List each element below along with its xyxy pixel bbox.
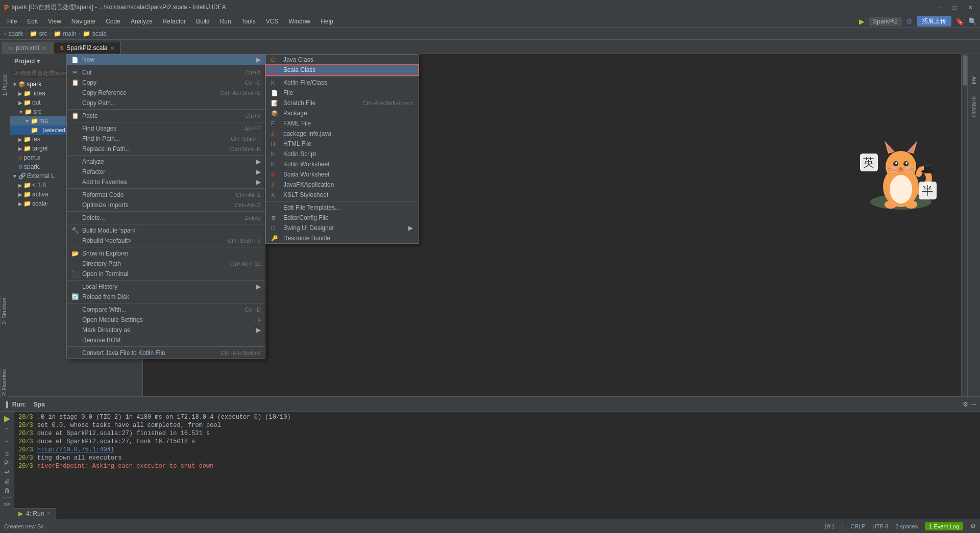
maven-tab-label[interactable]: m Maven <box>971 96 977 117</box>
run-print-btn[interactable]: 🖨 <box>4 478 10 485</box>
ctx-compare[interactable]: Compare With... Ctrl+D <box>67 304 265 315</box>
sub-file[interactable]: 📄 File <box>266 88 418 98</box>
breadcrumb-src[interactable]: src <box>39 30 47 37</box>
ctx-copy-ref[interactable]: Copy Reference Ctrl+Alt+Shift+C <box>67 88 265 98</box>
sub-kotlin-script[interactable]: K Kotlin Script <box>266 149 418 159</box>
menu-refactor[interactable]: Refactor <box>159 17 190 26</box>
run-trash-btn[interactable]: 🗑 <box>4 487 10 494</box>
ctx-analyze[interactable]: Analyze ▶ <box>67 157 265 167</box>
ctx-dir-path[interactable]: Directory Path Ctrl+Alt+F12 <box>67 259 265 269</box>
project-side-label[interactable]: 1: Project <box>2 74 8 96</box>
ctx-delete[interactable]: Delete... Delete <box>67 213 265 223</box>
status-encoding[interactable]: UTF-8 <box>872 523 888 529</box>
ctx-open-terminal[interactable]: ⬛ Open in Terminal <box>67 269 265 279</box>
ctx-replace-path[interactable]: Replace in Path... Ctrl+Shift+R <box>67 144 265 154</box>
tab-pom-close[interactable]: ✕ <box>42 45 46 51</box>
ctx-open-module[interactable]: Open Module Settings F4 <box>67 315 265 325</box>
ant-tab-label[interactable]: Ant <box>971 77 977 84</box>
ctx-refactor[interactable]: Refactor ▶ <box>67 167 265 177</box>
sub-java-class[interactable]: C Java Class <box>266 55 418 65</box>
ctx-convert-kotlin[interactable]: Convert Java File to Kotlin File Ctrl+Al… <box>67 348 265 358</box>
sub-xslt[interactable]: X XSLT Stylesheet <box>266 190 418 200</box>
run-filter-btn[interactable]: Pi <box>4 460 10 467</box>
favorites-side-label[interactable]: 2: Favorites <box>0 367 8 398</box>
sub-scratch[interactable]: 📝 Scratch File Ctrl+Alt+Shift+Insert <box>266 98 418 108</box>
run-play-btn[interactable]: ▶ <box>4 414 10 423</box>
search-toolbar-icon[interactable]: 🔍 <box>968 17 977 26</box>
menu-code[interactable]: Code <box>102 17 125 26</box>
sub-kotlin-worksheet[interactable]: K Kotlin Worksheet <box>266 159 418 169</box>
ctx-build-module[interactable]: 🔨 Build Module 'spark' <box>67 225 265 236</box>
menu-view[interactable]: View <box>44 17 65 26</box>
event-log-btn[interactable]: 1 Event Log <box>925 522 963 530</box>
sub-edit-templates[interactable]: Edit File Templates... <box>266 202 418 213</box>
ctx-optimize[interactable]: Optimize Imports Ctrl+Alt+O <box>67 200 265 210</box>
menu-file[interactable]: File <box>3 17 21 26</box>
breadcrumb-main[interactable]: main <box>63 30 77 37</box>
ctx-add-favorites[interactable]: Add to Favorites ▶ <box>67 177 265 187</box>
ctx-rebuild[interactable]: Rebuild '<default>' Ctrl+Shift+F9 <box>67 236 265 246</box>
bookmark-icon[interactable]: 🔖 <box>955 17 964 26</box>
status-position[interactable]: 19:1 <box>824 523 835 529</box>
titlebar-controls[interactable]: ─ □ ✕ <box>934 4 976 11</box>
sub-resource-bundle[interactable]: 🔑 Resource Bundle <box>266 233 418 243</box>
ctx-paste[interactable]: 📋 Paste Ctrl+V <box>67 111 265 121</box>
menu-navigate[interactable]: Navigate <box>67 17 100 26</box>
menu-help[interactable]: Help <box>316 17 337 26</box>
scrollbar-thumb[interactable] <box>963 55 967 86</box>
run-up-btn[interactable]: ↑ <box>5 425 9 434</box>
menu-edit[interactable]: Edit <box>23 17 42 26</box>
menu-analyze[interactable]: Analyze <box>127 17 157 26</box>
run-panel-tab[interactable]: Run: <box>12 401 30 408</box>
sub-editorconfig[interactable]: ⚙ EditorConfig File <box>266 213 418 223</box>
ctx-find-usages[interactable]: Find Usages Alt+F7 <box>67 123 265 134</box>
maximize-btn[interactable]: □ <box>950 4 960 11</box>
ctx-cut[interactable]: ✂ Cut Ctrl+X <box>67 67 265 78</box>
run-content[interactable]: 20/3 .0 in stage 0.0 (TID 2) in 4180 ms … <box>14 412 980 504</box>
sub-scala-worksheet[interactable]: S Scala Worksheet <box>266 169 418 180</box>
sub-swing-ui[interactable]: □ Swing UI Designer ▶ <box>266 223 418 233</box>
ctx-mark-dir[interactable]: Mark Directory as ▶ <box>67 325 265 335</box>
breadcrumb-scala[interactable]: scala <box>92 30 107 37</box>
sub-kotlin-file[interactable]: K Kotlin File/Class <box>266 78 418 88</box>
tab-sparkpi2-close[interactable]: ✕ <box>110 45 114 51</box>
run-down-btn[interactable]: ↓ <box>5 436 9 444</box>
ctx-remove-bom[interactable]: Remove BOM <box>67 335 265 345</box>
tab-pom[interactable]: m pom.xml ✕ <box>2 42 53 54</box>
ctx-new[interactable]: 📄 New ▶ <box>67 55 265 65</box>
run-wrap-btn[interactable]: ↵ <box>5 469 10 476</box>
run-more-btn[interactable]: >> <box>3 501 10 508</box>
status-line-ending[interactable]: CRLF <box>850 523 865 529</box>
menu-run[interactable]: Run <box>216 17 235 26</box>
menu-vcs[interactable]: VCS <box>262 17 283 26</box>
ctx-reload[interactable]: 🔄 Reload from Disk <box>67 292 265 302</box>
ctx-reformat[interactable]: Reformat Code Ctrl+Alt+L <box>67 190 265 200</box>
status-indent[interactable]: 2 spaces <box>895 523 918 529</box>
run-minimize-icon[interactable]: ─ <box>971 401 976 408</box>
sub-javafx[interactable]: J JavaFXApplication <box>266 180 418 190</box>
ctx-copy[interactable]: 📋 Copy Ctrl+C <box>67 78 265 88</box>
ctx-copy-path[interactable]: Copy Path... <box>67 98 265 108</box>
ctx-local-history[interactable]: Local History ▶ <box>67 282 265 292</box>
sub-scala-class[interactable]: S Scala Class <box>266 65 418 75</box>
run-sort-btn[interactable]: ≡ <box>5 450 9 458</box>
breadcrumb-spark[interactable]: spark <box>8 30 23 37</box>
sub-package-info[interactable]: J package-info.java <box>266 129 418 139</box>
menu-build[interactable]: Build <box>192 17 214 26</box>
tab-sparkpi2[interactable]: S SparkPi2.scala ✕ <box>54 42 121 54</box>
branch-name[interactable]: SparkPi2 <box>869 17 902 26</box>
close-btn[interactable]: ✕ <box>965 4 976 11</box>
run-tab-btn[interactable]: ▶ 4: Run ≡ <box>13 508 56 519</box>
ctx-find-path[interactable]: Find in Path... Ctrl+Shift+F <box>67 134 265 144</box>
minimize-btn[interactable]: ─ <box>934 4 945 11</box>
run-link-1[interactable]: http://10.0.75.1:4041 <box>37 446 114 454</box>
structure-side-label[interactable]: 2: Structure <box>0 296 8 326</box>
menu-tools[interactable]: Tools <box>237 17 260 26</box>
sub-fxml[interactable]: F FXML File <box>266 118 418 129</box>
upload-btn[interactable]: 拓展上传 <box>917 16 951 27</box>
sub-package[interactable]: 📦 Package <box>266 108 418 118</box>
sub-html[interactable]: H HTML File <box>266 139 418 149</box>
menu-window[interactable]: Window <box>284 17 314 26</box>
run-settings-icon[interactable]: ⚙ <box>963 401 968 408</box>
ctx-show-explorer[interactable]: 📂 Show in Explorer <box>67 248 265 259</box>
